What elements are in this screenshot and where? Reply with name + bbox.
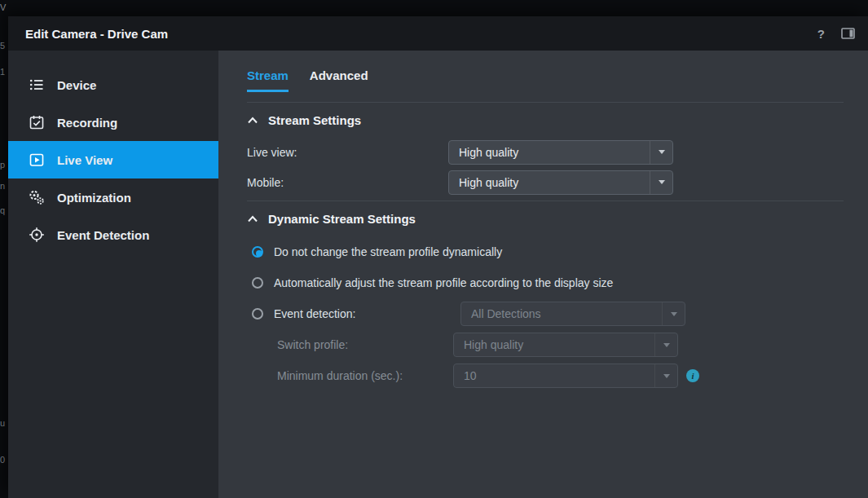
dropdown-value: High quality bbox=[459, 176, 650, 189]
sub-row-minimum-duration: Minimum duration (sec.): 10 i bbox=[277, 360, 844, 391]
dialog-sidebar: Device Recording bbox=[8, 51, 218, 498]
field-label: Minimum duration (sec.): bbox=[277, 369, 453, 382]
optimization-gears-icon bbox=[29, 189, 45, 205]
background-glyph: u bbox=[0, 418, 7, 428]
dropdown-value: High quality bbox=[464, 338, 654, 351]
radio-label: Do not change the stream profile dynamic… bbox=[274, 245, 502, 258]
minimum-duration-dropdown: 10 bbox=[453, 364, 678, 388]
section-header-dynamic-stream-settings[interactable]: Dynamic Stream Settings bbox=[247, 210, 844, 227]
form-row-mobile: Mobile: High quality bbox=[247, 167, 844, 197]
dropdown-value: High quality bbox=[459, 146, 650, 159]
sidebar-item-label: Event Detection bbox=[57, 228, 149, 242]
sidebar-item-event-detection[interactable]: Event Detection bbox=[8, 216, 218, 253]
option-row-auto-adjust: Automatically adjust the stream profile … bbox=[247, 267, 844, 298]
device-list-icon bbox=[29, 77, 45, 93]
dialog-title: Edit Camera - Drive Cam bbox=[25, 27, 168, 41]
stream-settings-form: Live view: High quality Mobile: High qua… bbox=[247, 137, 844, 197]
chevron-down-icon bbox=[650, 141, 672, 164]
dialog-titlebar: Edit Camera - Drive Cam ? bbox=[8, 16, 868, 51]
field-label: Live view: bbox=[247, 146, 448, 159]
sidebar-item-label: Live View bbox=[57, 153, 112, 167]
chevron-down-icon bbox=[654, 364, 677, 387]
radio-auto-adjust[interactable] bbox=[252, 277, 263, 289]
sidebar-item-label: Device bbox=[57, 78, 96, 92]
section-divider bbox=[247, 201, 844, 201]
background-glyph: p bbox=[0, 160, 7, 170]
option-row-event-detection: Event detection: All Detections bbox=[247, 298, 844, 329]
background-glyph: q bbox=[0, 205, 7, 215]
event-detection-target-icon bbox=[29, 227, 45, 243]
chevron-up-icon bbox=[247, 215, 258, 223]
section-title: Stream Settings bbox=[268, 113, 361, 127]
sidebar-item-recording[interactable]: Recording bbox=[8, 104, 218, 141]
live-view-quality-dropdown[interactable]: High quality bbox=[448, 140, 673, 165]
chevron-down-icon bbox=[650, 171, 672, 194]
option-row-no-change: Do not change the stream profile dynamic… bbox=[247, 236, 844, 267]
edit-camera-dialog: Edit Camera - Drive Cam ? bbox=[8, 16, 868, 498]
section-title: Dynamic Stream Settings bbox=[268, 212, 416, 226]
switch-profile-dropdown: High quality bbox=[453, 333, 678, 357]
section-header-stream-settings[interactable]: Stream Settings bbox=[247, 112, 844, 128]
live-view-play-icon bbox=[29, 152, 45, 168]
dropdown-value: 10 bbox=[464, 369, 654, 382]
background-glyph: n bbox=[0, 181, 7, 191]
field-label: Mobile: bbox=[247, 176, 448, 189]
background-glyph: 0 bbox=[0, 455, 7, 465]
radio-event-detection[interactable] bbox=[252, 308, 263, 320]
tab-advanced[interactable]: Advanced bbox=[310, 68, 368, 92]
chevron-down-icon bbox=[662, 302, 685, 325]
sidebar-item-label: Optimization bbox=[57, 191, 131, 205]
dropdown-value: All Detections bbox=[471, 307, 662, 320]
info-icon[interactable]: i bbox=[686, 369, 699, 382]
chevron-up-icon bbox=[247, 117, 258, 124]
sidebar-item-label: Recording bbox=[57, 116, 117, 130]
sidebar-item-optimization[interactable]: Optimization bbox=[8, 178, 218, 216]
dynamic-stream-options: Do not change the stream profile dynamic… bbox=[247, 236, 844, 391]
dock-window-icon bbox=[841, 28, 855, 39]
sidebar-item-device[interactable]: Device bbox=[8, 66, 218, 104]
radio-no-dynamic-change[interactable] bbox=[252, 246, 263, 258]
help-button[interactable]: ? bbox=[817, 27, 825, 41]
dialog-content: Stream Advanced Stream Settings Live vie… bbox=[218, 51, 868, 498]
background-glyph: 1 bbox=[0, 67, 7, 77]
field-label: Switch profile: bbox=[277, 338, 453, 351]
form-row-live-view: Live view: High quality bbox=[247, 137, 844, 167]
tab-bar: Stream Advanced bbox=[247, 51, 844, 92]
event-detection-dropdown: All Detections bbox=[460, 302, 685, 326]
section-divider bbox=[247, 102, 844, 103]
background-glyph: 5 bbox=[0, 41, 7, 51]
sidebar-item-live-view[interactable]: Live View bbox=[8, 141, 218, 178]
radio-label: Event detection: bbox=[274, 307, 450, 320]
sub-row-switch-profile: Switch profile: High quality bbox=[277, 329, 844, 360]
tab-stream[interactable]: Stream bbox=[247, 68, 289, 92]
dock-window-button[interactable] bbox=[841, 28, 855, 39]
radio-label: Automatically adjust the stream profile … bbox=[274, 276, 613, 289]
chevron-down-icon bbox=[654, 333, 677, 356]
background-glyph: V bbox=[0, 2, 7, 12]
mobile-quality-dropdown[interactable]: High quality bbox=[448, 170, 673, 195]
recording-calendar-icon bbox=[29, 114, 45, 130]
